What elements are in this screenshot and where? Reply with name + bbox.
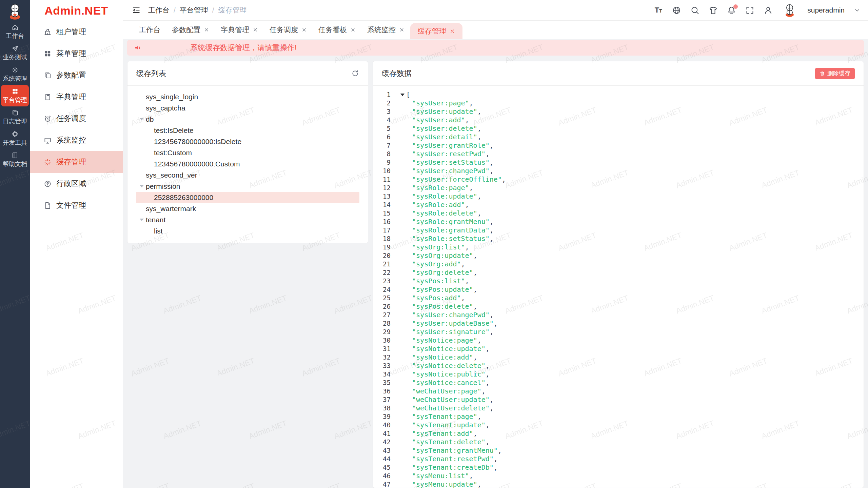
app-logo[interactable] [0, 0, 30, 21]
line-number: 8 [373, 150, 391, 158]
chevron-down-icon[interactable] [854, 7, 861, 14]
tree-node[interactable]: sys_single_login [136, 91, 359, 102]
secondary-nav-item[interactable]: 缓存管理 [30, 151, 123, 173]
tab-item[interactable]: 字典管理 [215, 20, 264, 39]
tree-node[interactable]: tenant [136, 214, 359, 225]
tab-item[interactable]: 系统监控 [361, 20, 410, 39]
close-icon[interactable] [204, 27, 209, 33]
line-number: 26 [373, 302, 391, 311]
line-number: 37 [373, 395, 391, 404]
code-line: 5sysUser:delete, [373, 124, 864, 133]
close-icon[interactable] [253, 27, 258, 33]
tab-item[interactable]: 任务看板 [313, 20, 361, 39]
line-number: 20 [373, 251, 391, 260]
breadcrumb-separator: / [174, 6, 176, 14]
tab-item[interactable]: 任务调度 [264, 20, 313, 39]
caret-down-icon[interactable] [140, 219, 144, 221]
breadcrumb-item[interactable]: 工作台 [148, 5, 170, 15]
line-number: 24 [373, 285, 391, 294]
code-line: 11sysUser:forceOffline, [373, 175, 864, 184]
json-string: sysUser:update [412, 107, 477, 116]
line-number: 30 [373, 336, 391, 345]
comma: , [490, 167, 494, 175]
primary-nav-item[interactable]: 工作台 [1, 21, 29, 42]
tree-node[interactable]: sys_second_ver [136, 169, 359, 181]
comma: , [490, 235, 494, 243]
tree-node[interactable]: sys_wartermark [136, 203, 359, 214]
json-string: sysUser:delete [412, 124, 477, 133]
language-icon[interactable] [672, 6, 681, 15]
line-number: 23 [373, 277, 391, 285]
code-line-content: sysTenant:update, [398, 421, 864, 429]
caret-down-icon[interactable] [140, 118, 144, 120]
fullscreen-icon[interactable] [745, 6, 754, 15]
theme-icon[interactable] [709, 6, 718, 15]
close-icon[interactable] [399, 27, 405, 33]
close-icon[interactable] [450, 28, 455, 34]
user-avatar[interactable] [782, 2, 797, 18]
secondary-nav-label: 菜单管理 [56, 48, 86, 59]
primary-nav-item[interactable]: 系统管理 [1, 64, 29, 85]
tree-node[interactable]: 123456780000000:IsDelete [136, 136, 359, 147]
notification-icon[interactable] [727, 6, 736, 15]
tree-node[interactable]: list [136, 225, 359, 237]
secondary-nav-item[interactable]: 菜单管理 [30, 43, 123, 64]
tree-node[interactable]: sys_captcha [136, 102, 359, 114]
collapse-caret-icon[interactable] [400, 94, 405, 96]
json-string: sysRole:delete [412, 209, 477, 217]
json-string: sysOrg:list [412, 243, 465, 251]
open-bracket: [ [406, 90, 410, 99]
comma: , [461, 294, 465, 302]
search-icon[interactable] [690, 6, 699, 15]
comma: , [494, 463, 498, 471]
breadcrumb-item[interactable]: 平台管理 [180, 5, 208, 15]
primary-nav-item[interactable]: 业务测试 [1, 42, 29, 64]
tree-node[interactable]: test:IsDelete [136, 125, 359, 136]
username[interactable]: superadmin [807, 6, 845, 14]
secondary-nav-item[interactable]: 任务调度 [30, 108, 123, 129]
code-line: 18sysRole:setStatus, [373, 235, 864, 243]
primary-nav-item[interactable]: 帮助文档 [1, 149, 29, 170]
caret-down-icon[interactable] [140, 185, 144, 187]
json-string: sysRole:page [412, 184, 469, 192]
json-string: sysUser:grantRole [412, 141, 490, 149]
line-number: 14 [373, 201, 391, 209]
user-icon[interactable] [764, 6, 773, 15]
secondary-nav-item[interactable]: 字典管理 [30, 86, 123, 108]
font-size-icon[interactable]: TT [654, 6, 663, 15]
top-header: 工作台/平台管理/缓存管理 TTsuperadmin [123, 0, 868, 21]
tree-node[interactable]: db [136, 114, 359, 125]
tree-node[interactable]: test:Custom [136, 147, 359, 158]
code-line-content: sysPos:add, [398, 294, 864, 302]
tab-item[interactable]: 工作台 [133, 20, 166, 39]
tree-node[interactable]: 123456780000000:Custom [136, 158, 359, 169]
delete-cache-button[interactable]: 删除缓存 [815, 68, 855, 79]
secondary-nav-item[interactable]: 租户管理 [30, 21, 123, 43]
secondary-nav: 租户管理菜单管理参数配置字典管理任务调度系统监控缓存管理行政区域文件管理 [30, 21, 123, 216]
tree-node[interactable]: 252885263000000 [136, 192, 359, 203]
tree-node-label: 123456780000000:IsDelete [154, 138, 241, 146]
primary-nav-item[interactable]: 平台管理 [1, 85, 29, 106]
brand-logo-text[interactable]: Admin.NET [30, 0, 123, 21]
close-icon[interactable] [301, 27, 307, 33]
secondary-nav-item[interactable]: 文件管理 [30, 195, 123, 216]
collapse-menu-icon[interactable] [132, 6, 141, 15]
refresh-icon[interactable] [351, 69, 359, 77]
close-icon[interactable] [350, 27, 356, 33]
delete-cache-label: 删除缓存 [827, 69, 850, 77]
code-line-content: sysOrg:update, [398, 251, 864, 260]
tree-node[interactable]: permission [136, 181, 359, 192]
tab-active[interactable]: 缓存管理 [410, 23, 462, 39]
code-line: 19sysOrg:list, [373, 243, 864, 251]
code-line: 40sysTenant:update, [373, 421, 864, 429]
code-line-content: sysUser:resetPwd, [398, 150, 864, 158]
secondary-nav-item[interactable]: 参数配置 [30, 64, 123, 86]
secondary-nav-item[interactable]: 系统监控 [30, 129, 123, 151]
code-line: 46sysMenu:list, [373, 472, 864, 480]
primary-nav-item[interactable]: 日志管理 [1, 106, 29, 128]
line-number: 45 [373, 463, 391, 472]
tab-label: 工作台 [139, 25, 160, 35]
tab-item[interactable]: 参数配置 [166, 20, 215, 39]
primary-nav-item[interactable]: 开发工具 [1, 128, 29, 149]
secondary-nav-item[interactable]: 行政区域 [30, 173, 123, 195]
